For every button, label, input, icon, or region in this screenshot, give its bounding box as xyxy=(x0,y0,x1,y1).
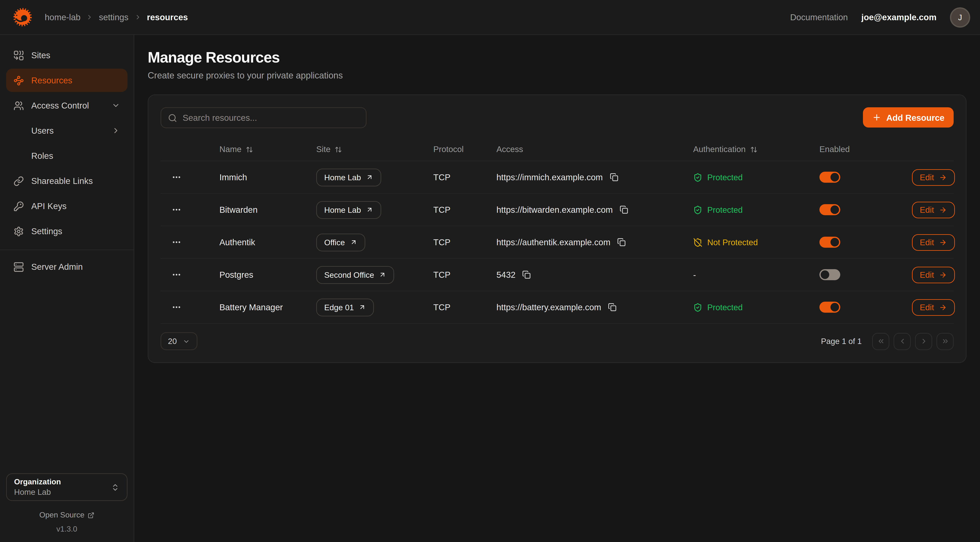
auth-badge: Protected xyxy=(693,303,743,312)
pangolin-logo-icon xyxy=(10,5,34,29)
version-label: v1.3.0 xyxy=(6,525,127,533)
resource-name: Postgres xyxy=(220,270,316,280)
edit-label: Edit xyxy=(920,238,934,247)
protocol-value: TCP xyxy=(433,205,496,215)
column-header-site[interactable]: Site xyxy=(316,145,433,154)
key-icon xyxy=(13,201,24,211)
edit-label: Edit xyxy=(920,303,934,312)
row-menu-button[interactable] xyxy=(170,301,183,313)
copy-icon[interactable] xyxy=(619,205,629,215)
next-page-button[interactable] xyxy=(915,333,932,350)
site-label: Edge 01 xyxy=(324,303,354,312)
enabled-toggle[interactable] xyxy=(819,302,840,313)
row-menu-button[interactable] xyxy=(170,204,183,216)
site-link-button[interactable]: Second Office xyxy=(316,266,394,284)
column-header-name[interactable]: Name xyxy=(220,145,316,154)
last-page-button[interactable] xyxy=(937,333,954,350)
sidebar-item-label: Resources xyxy=(31,75,72,85)
column-header-authentication[interactable]: Authentication xyxy=(693,145,819,154)
sort-icon xyxy=(335,146,342,153)
open-source-link[interactable]: Open Source xyxy=(6,511,127,519)
breadcrumb-settings[interactable]: settings xyxy=(99,12,129,22)
access-value: https://immich.example.com xyxy=(496,172,603,182)
enabled-toggle[interactable] xyxy=(819,269,840,280)
copy-icon[interactable] xyxy=(608,302,617,312)
sidebar-item-label: Access Control xyxy=(31,100,89,110)
sidebar-item-access-control[interactable]: Access Control xyxy=(6,94,127,117)
arrow-up-right-icon xyxy=(379,271,386,278)
site-label: Home Lab xyxy=(324,205,361,214)
access-value: https://battery.example.com xyxy=(496,302,601,312)
sidebar-item-api-keys[interactable]: API Keys xyxy=(6,194,127,218)
breadcrumb-resources[interactable]: resources xyxy=(147,12,188,22)
row-menu-button[interactable] xyxy=(170,236,183,248)
protocol-value: TCP xyxy=(433,237,496,247)
chevron-down-icon xyxy=(111,101,120,110)
edit-button[interactable]: Edit xyxy=(912,234,955,250)
sidebar-item-shareable-links[interactable]: Shareable Links xyxy=(6,169,127,193)
sidebar-item-label: Users xyxy=(31,126,54,136)
combine-icon xyxy=(13,50,24,61)
link-icon xyxy=(13,176,24,186)
arrow-right-icon xyxy=(939,173,947,181)
row-menu-button[interactable] xyxy=(170,269,183,281)
arrow-up-right-icon xyxy=(359,303,366,311)
site-link-button[interactable]: Home Lab xyxy=(316,168,381,186)
sidebar-item-label: Sites xyxy=(31,50,50,60)
edit-label: Edit xyxy=(920,205,934,214)
auth-label: Not Protected xyxy=(707,238,758,247)
enabled-toggle[interactable] xyxy=(819,172,840,183)
users-icon xyxy=(13,100,24,111)
auth-label: Protected xyxy=(707,205,743,214)
chevron-left-icon xyxy=(898,337,906,345)
column-header-protocol: Protocol xyxy=(433,145,496,154)
site-label: Second Office xyxy=(324,270,374,279)
table-row: Authentik Office TCP https://authentik.e… xyxy=(161,226,954,258)
site-label: Office xyxy=(324,238,345,247)
add-resource-button[interactable]: Add Resource xyxy=(863,107,954,128)
sidebar-item-settings[interactable]: Settings xyxy=(6,220,127,243)
organization-value: Home Lab xyxy=(14,488,111,497)
sidebar-item-roles[interactable]: Roles xyxy=(6,144,127,167)
sidebar-item-sites[interactable]: Sites xyxy=(6,43,127,67)
breadcrumb-org[interactable]: home-lab xyxy=(45,12,81,22)
user-email[interactable]: joe@example.com xyxy=(861,12,937,22)
previous-page-button[interactable] xyxy=(894,333,911,350)
copy-icon[interactable] xyxy=(617,237,626,247)
sidebar-divider xyxy=(0,250,134,250)
sidebar-item-resources[interactable]: Resources xyxy=(6,69,127,92)
arrow-right-icon xyxy=(939,238,947,246)
protocol-value: TCP xyxy=(433,172,496,182)
table-row: Immich Home Lab TCP https://immich.examp… xyxy=(161,161,954,193)
documentation-link[interactable]: Documentation xyxy=(790,12,848,22)
edit-button[interactable]: Edit xyxy=(912,201,955,218)
table-header: Name Site Protocol Access xyxy=(161,138,954,161)
row-menu-button[interactable] xyxy=(170,171,183,183)
chevron-right-icon xyxy=(86,13,93,21)
site-link-button[interactable]: Home Lab xyxy=(316,201,381,219)
sidebar-item-label: Settings xyxy=(31,226,62,236)
sidebar-item-server-admin[interactable]: Server Admin xyxy=(6,255,127,278)
first-page-button[interactable] xyxy=(872,333,889,350)
sidebar-item-users[interactable]: Users xyxy=(6,119,127,142)
ellipsis-icon xyxy=(172,205,181,215)
avatar[interactable]: J xyxy=(950,7,970,27)
enabled-toggle[interactable] xyxy=(819,204,840,215)
edit-button[interactable]: Edit xyxy=(912,169,955,186)
copy-icon[interactable] xyxy=(522,270,531,280)
organization-picker[interactable]: Organization Home Lab xyxy=(6,473,127,501)
sidebar-item-label: Shareable Links xyxy=(31,176,93,186)
sidebar-item-label: Server Admin xyxy=(31,262,83,272)
ellipsis-icon xyxy=(172,172,181,182)
enabled-toggle[interactable] xyxy=(819,237,840,248)
site-link-button[interactable]: Edge 01 xyxy=(316,298,374,316)
edit-button[interactable]: Edit xyxy=(912,299,955,316)
copy-icon[interactable] xyxy=(609,172,619,182)
arrow-up-right-icon xyxy=(350,239,357,246)
auth-badge: Not Protected xyxy=(693,238,758,247)
site-link-button[interactable]: Office xyxy=(316,233,365,251)
page-size-select[interactable]: 20 xyxy=(161,332,197,350)
edit-button[interactable]: Edit xyxy=(912,266,955,283)
table-row: Battery Manager Edge 01 TCP https://batt… xyxy=(161,291,954,323)
search-input[interactable] xyxy=(183,113,359,123)
